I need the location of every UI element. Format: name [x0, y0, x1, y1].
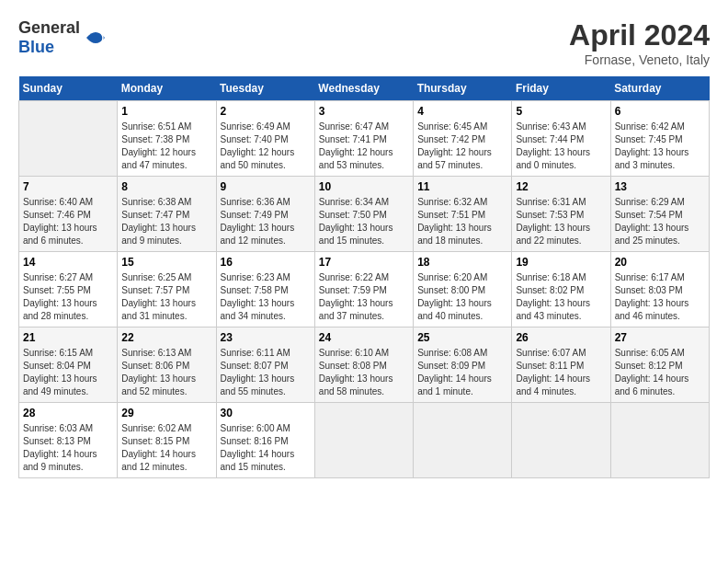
calendar-cell: 26Sunrise: 6:07 AMSunset: 8:11 PMDayligh… [512, 327, 610, 403]
day-info: Sunrise: 6:36 AMSunset: 7:49 PMDaylight:… [221, 196, 311, 247]
day-number: 16 [221, 256, 311, 269]
calendar-cell: 4Sunrise: 6:45 AMSunset: 7:42 PMDaylight… [414, 101, 512, 177]
day-number: 12 [516, 180, 606, 193]
weekday-header-monday: Monday [118, 76, 216, 101]
day-info: Sunrise: 6:43 AMSunset: 7:44 PMDaylight:… [516, 121, 606, 172]
calendar-cell: 29Sunrise: 6:02 AMSunset: 8:15 PMDayligh… [118, 403, 216, 478]
week-row-4: 28Sunrise: 6:03 AMSunset: 8:13 PMDayligh… [19, 403, 710, 478]
calendar-cell: 13Sunrise: 6:29 AMSunset: 7:54 PMDayligh… [610, 177, 709, 252]
day-info: Sunrise: 6:13 AMSunset: 8:06 PMDaylight:… [121, 347, 211, 398]
weekday-header-row: SundayMondayTuesdayWednesdayThursdayFrid… [19, 76, 710, 101]
week-row-3: 21Sunrise: 6:15 AMSunset: 8:04 PMDayligh… [19, 327, 710, 403]
day-number: 4 [417, 105, 507, 118]
logo-blue: Blue [18, 38, 54, 56]
calendar-table: SundayMondayTuesdayWednesdayThursdayFrid… [18, 76, 710, 478]
calendar-cell: 15Sunrise: 6:25 AMSunset: 7:57 PMDayligh… [118, 252, 216, 327]
day-info: Sunrise: 6:34 AMSunset: 7:50 PMDaylight:… [319, 196, 409, 247]
day-number: 5 [516, 105, 606, 118]
day-info: Sunrise: 6:47 AMSunset: 7:41 PMDaylight:… [319, 121, 409, 172]
title-area: April 2024 Fornase, Veneto, Italy [569, 18, 710, 67]
day-info: Sunrise: 6:07 AMSunset: 8:11 PMDaylight:… [516, 347, 606, 398]
day-info: Sunrise: 6:49 AMSunset: 7:40 PMDaylight:… [221, 121, 311, 172]
day-info: Sunrise: 6:42 AMSunset: 7:45 PMDaylight:… [615, 121, 705, 172]
day-number: 18 [417, 256, 507, 269]
day-number: 2 [221, 105, 311, 118]
day-number: 19 [516, 256, 606, 269]
day-info: Sunrise: 6:18 AMSunset: 8:02 PMDaylight:… [516, 271, 606, 323]
day-number: 28 [23, 407, 113, 419]
day-info: Sunrise: 6:15 AMSunset: 8:04 PMDaylight:… [23, 347, 113, 398]
week-row-2: 14Sunrise: 6:27 AMSunset: 7:55 PMDayligh… [19, 252, 710, 327]
day-info: Sunrise: 6:02 AMSunset: 8:15 PMDaylight:… [121, 422, 211, 474]
calendar-cell: 17Sunrise: 6:22 AMSunset: 7:59 PMDayligh… [314, 252, 413, 327]
logo-text: General Blue [18, 18, 80, 57]
day-info: Sunrise: 6:08 AMSunset: 8:09 PMDaylight:… [417, 347, 507, 398]
day-number: 7 [23, 180, 113, 193]
weekday-header-sunday: Sunday [19, 76, 118, 101]
day-number: 9 [221, 180, 311, 193]
day-info: Sunrise: 6:38 AMSunset: 7:47 PMDaylight:… [121, 196, 211, 247]
calendar-cell: 16Sunrise: 6:23 AMSunset: 7:58 PMDayligh… [216, 252, 314, 327]
calendar-cell: 1Sunrise: 6:51 AMSunset: 7:38 PMDaylight… [118, 101, 216, 177]
weekday-header-thursday: Thursday [414, 76, 512, 101]
day-number: 17 [319, 256, 409, 269]
weekday-header-friday: Friday [512, 76, 610, 101]
calendar-cell: 9Sunrise: 6:36 AMSunset: 7:49 PMDaylight… [216, 177, 314, 252]
calendar-cell [414, 403, 512, 478]
calendar-cell [512, 403, 610, 478]
day-info: Sunrise: 6:31 AMSunset: 7:53 PMDaylight:… [516, 196, 606, 247]
weekday-header-saturday: Saturday [610, 76, 709, 101]
week-row-0: 1Sunrise: 6:51 AMSunset: 7:38 PMDaylight… [19, 101, 710, 177]
logo-general: General [18, 18, 80, 37]
calendar-cell: 3Sunrise: 6:47 AMSunset: 7:41 PMDaylight… [314, 101, 413, 177]
day-number: 29 [121, 407, 211, 419]
calendar-cell: 10Sunrise: 6:34 AMSunset: 7:50 PMDayligh… [314, 177, 413, 252]
day-info: Sunrise: 6:05 AMSunset: 8:12 PMDaylight:… [615, 347, 705, 398]
calendar-cell: 2Sunrise: 6:49 AMSunset: 7:40 PMDaylight… [216, 101, 314, 177]
calendar-cell: 30Sunrise: 6:00 AMSunset: 8:16 PMDayligh… [216, 403, 314, 478]
calendar-cell: 5Sunrise: 6:43 AMSunset: 7:44 PMDaylight… [512, 101, 610, 177]
day-info: Sunrise: 6:51 AMSunset: 7:38 PMDaylight:… [121, 121, 211, 172]
day-info: Sunrise: 6:23 AMSunset: 7:58 PMDaylight:… [221, 271, 311, 323]
day-info: Sunrise: 6:00 AMSunset: 8:16 PMDaylight:… [221, 422, 311, 474]
day-number: 11 [417, 180, 507, 193]
calendar-cell: 18Sunrise: 6:20 AMSunset: 8:00 PMDayligh… [414, 252, 512, 327]
location: Fornase, Veneto, Italy [569, 52, 710, 67]
day-info: Sunrise: 6:32 AMSunset: 7:51 PMDaylight:… [417, 196, 507, 247]
day-info: Sunrise: 6:10 AMSunset: 8:08 PMDaylight:… [319, 347, 409, 398]
day-number: 8 [121, 180, 211, 193]
weekday-header-tuesday: Tuesday [216, 76, 314, 101]
day-number: 22 [121, 331, 211, 344]
day-number: 15 [121, 256, 211, 269]
calendar-cell: 12Sunrise: 6:31 AMSunset: 7:53 PMDayligh… [512, 177, 610, 252]
day-number: 21 [23, 331, 113, 344]
day-info: Sunrise: 6:22 AMSunset: 7:59 PMDaylight:… [319, 271, 409, 323]
day-info: Sunrise: 6:40 AMSunset: 7:46 PMDaylight:… [23, 196, 113, 247]
day-info: Sunrise: 6:03 AMSunset: 8:13 PMDaylight:… [23, 422, 113, 474]
calendar-cell: 7Sunrise: 6:40 AMSunset: 7:46 PMDaylight… [19, 177, 118, 252]
calendar-cell: 27Sunrise: 6:05 AMSunset: 8:12 PMDayligh… [610, 327, 709, 403]
logo: General Blue [18, 18, 108, 57]
day-number: 3 [319, 105, 409, 118]
week-row-1: 7Sunrise: 6:40 AMSunset: 7:46 PMDaylight… [19, 177, 710, 252]
calendar-cell: 25Sunrise: 6:08 AMSunset: 8:09 PMDayligh… [414, 327, 512, 403]
day-number: 26 [516, 331, 606, 344]
day-info: Sunrise: 6:20 AMSunset: 8:00 PMDaylight:… [417, 271, 507, 323]
calendar-cell: 20Sunrise: 6:17 AMSunset: 8:03 PMDayligh… [610, 252, 709, 327]
day-number: 25 [417, 331, 507, 344]
calendar-cell: 11Sunrise: 6:32 AMSunset: 7:51 PMDayligh… [414, 177, 512, 252]
day-number: 14 [23, 256, 113, 269]
day-info: Sunrise: 6:27 AMSunset: 7:55 PMDaylight:… [23, 271, 113, 323]
calendar-cell: 22Sunrise: 6:13 AMSunset: 8:06 PMDayligh… [118, 327, 216, 403]
day-info: Sunrise: 6:29 AMSunset: 7:54 PMDaylight:… [615, 196, 705, 247]
month-title: April 2024 [569, 18, 710, 52]
day-info: Sunrise: 6:17 AMSunset: 8:03 PMDaylight:… [615, 271, 705, 323]
calendar-cell [314, 403, 413, 478]
day-info: Sunrise: 6:25 AMSunset: 7:57 PMDaylight:… [121, 271, 211, 323]
day-number: 27 [615, 331, 705, 344]
logo-icon [83, 25, 108, 51]
day-number: 24 [319, 331, 409, 344]
day-number: 23 [221, 331, 311, 344]
calendar-cell: 24Sunrise: 6:10 AMSunset: 8:08 PMDayligh… [314, 327, 413, 403]
calendar-cell [610, 403, 709, 478]
